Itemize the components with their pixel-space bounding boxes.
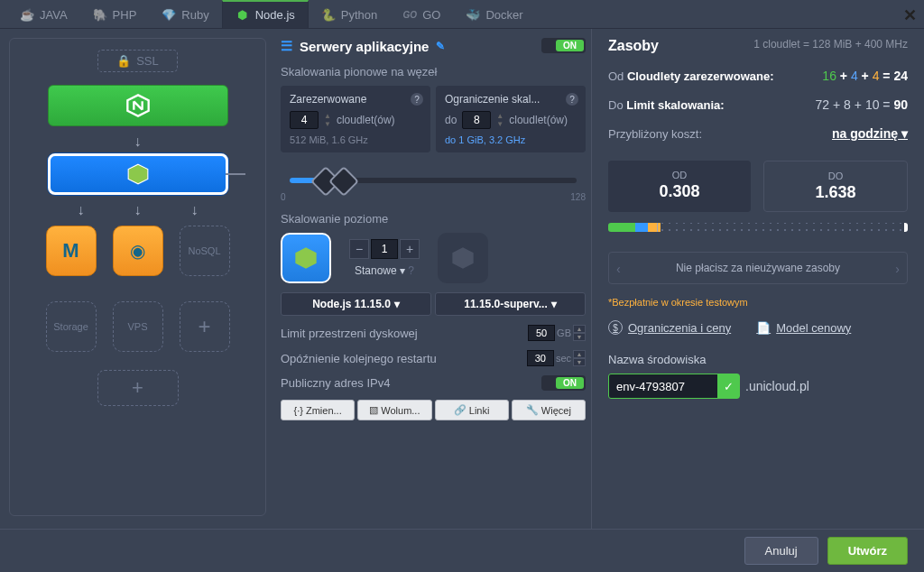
var-icon: {·} [294,405,303,416]
nodejs-icon [293,245,319,271]
cost-row: Przybliżony koszt: na godzinę ▾ [608,126,908,141]
spinner-icon[interactable]: ▲▼ [496,112,504,128]
ipv4-row: Publiczny adres IPv4 ON [281,375,586,391]
vertical-scaling-label: Skalowania pionowe na węzeł [281,65,586,78]
spin-up[interactable]: ▲ [573,350,586,358]
spin-up[interactable]: ▲ [573,325,586,333]
more-button[interactable]: 🔧Więcej [512,400,586,420]
increment-button[interactable]: + [400,239,420,259]
horizontal-scaling-label: Skalowanie poziome [281,212,586,226]
env-name-input[interactable] [609,375,717,398]
help-icon[interactable]: ? [566,93,578,106]
add-tile[interactable]: + [180,301,230,352]
stateful-dropdown[interactable]: Stanowe ▾ ? [355,264,414,277]
nodejs-tile-icon [126,162,150,186]
spin-down[interactable]: ▼ [573,333,586,341]
nodejs-icon: ⬢ [236,8,250,23]
free-trial-note: *Bezpłatnie w okresie testowym [608,297,908,308]
menu-icon: ☰ [281,38,292,54]
reserved-card: ? Zarezerwowane ▲▼ cloudlet(ów) 512 MiB,… [281,86,430,152]
close-icon[interactable]: ✕ [903,5,917,25]
spin-down[interactable]: ▼ [573,358,586,366]
ruby-icon: 💎 [162,8,176,23]
price-from-card: OD 0.308 [608,161,751,212]
topology-panel: 🔒 SSL ↓ ↓ ↓ ↓ M ◉ NoSQL Storage V [9,38,266,516]
tab-go[interactable]: GOGO [390,0,453,28]
create-button[interactable]: Utwórz [827,537,908,565]
arrow-down-icon: ↓ [134,202,142,218]
reserved-cloudlets-row: Od Cloudlety zarezerwowane: 16 + 4 + 4 =… [608,69,908,83]
env-domain: .unicloud.pl [745,379,809,393]
price-to-card: DO 1.638 [763,161,908,212]
slider-handle-limit[interactable] [333,171,355,192]
restart-delay-row: Opóźnienie kolejnego restartu sec ▲▼ [281,350,586,366]
balancer-tile[interactable] [48,85,228,126]
wrench-icon: 🔧 [526,404,539,416]
variables-button[interactable]: {·}Zmien... [281,400,355,420]
volumes-button[interactable]: ▧Wolum... [357,400,431,420]
info-carousel: ‹ Nie płacisz za nieużywane zasoby › [608,252,908,284]
cost-period-dropdown[interactable]: na godzinę ▾ [832,126,908,141]
links-button[interactable]: 🔗Linki [435,400,509,420]
tab-python[interactable]: 🐍Python [309,0,390,28]
decrement-button[interactable]: − [349,239,369,259]
pricing-link[interactable]: $Ograniczenia i ceny [608,320,731,335]
tab-ruby[interactable]: 💎Ruby [149,0,221,28]
sql-db-tile[interactable]: M [46,226,97,276]
tab-java[interactable]: ☕JAVA [7,0,80,28]
nginx-icon [125,93,151,118]
ipv4-toggle[interactable]: ON [541,375,586,391]
mysql-icon: M [62,239,79,263]
section-title: ☰ Serwery aplikacyjne ✎ ON [281,38,586,54]
help-icon[interactable]: ? [411,93,423,106]
php-icon: 🐘 [93,8,107,23]
usage-bar [608,223,908,232]
volumes-icon: ▧ [369,404,378,416]
disk-limit-row: Limit przestrzeni dyskowej GB ▲▼ [281,325,586,341]
chevron-right-icon[interactable]: › [895,262,900,276]
dollar-icon: $ [608,320,623,335]
java-icon: ☕ [20,8,34,23]
restart-input[interactable] [527,350,554,366]
arrow-down-icon: ↓ [134,134,142,150]
svg-marker-2 [295,247,316,268]
chevron-left-icon[interactable]: ‹ [616,262,621,276]
cancel-button[interactable]: Anuluj [744,537,818,565]
spinner-icon[interactable]: ▲▼ [324,112,331,128]
limit-spec: do 1 GiB, 3.2 GHz [445,134,577,145]
link-icon: 🔗 [454,404,467,416]
python-icon: 🐍 [321,8,336,23]
app-server-tile[interactable] [48,153,228,195]
ssl-button[interactable]: 🔒 SSL [97,50,178,72]
tag-dropdown[interactable]: 11.15.0-superv... ▾ [435,292,586,316]
arrow-down-icon: ↓ [78,202,85,218]
svg-marker-1 [128,164,148,184]
language-tabs: ☕JAVA 🐘PHP 💎Ruby ⬢Node.js 🐍Python GOGO 🐳… [0,0,924,29]
enable-toggle[interactable]: ON [541,38,586,54]
document-icon: 📄 [756,321,771,335]
storage-tile[interactable]: Storage [46,301,97,352]
resources-title: Zasoby 1 cloudlet = 128 MiB + 400 MHz [608,38,908,54]
check-icon: ✓ [717,374,739,398]
arrow-down-icon: ↓ [191,202,199,218]
version-dropdown[interactable]: Node.js 11.15.0 ▾ [281,292,431,316]
tab-php[interactable]: 🐘PHP [80,0,150,28]
env-name-label: Nazwa środowiska [608,353,908,366]
node-instance-icon [281,233,331,283]
cloudlet-slider[interactable]: 0 128 [281,163,586,199]
docker-icon: 🐳 [466,8,480,23]
tab-docker[interactable]: 🐳Docker [453,0,535,28]
reserved-cloudlets-input[interactable] [290,111,319,129]
disk-input[interactable] [528,325,555,341]
pricing-model-link[interactable]: 📄Model cenowy [756,320,851,335]
dialog-footer: Anuluj Utwórz [0,529,924,572]
vps-tile[interactable]: VPS [113,301,163,352]
limit-cloudlets-input[interactable] [462,111,491,129]
sql-db-tile-2[interactable]: ◉ [113,226,163,276]
add-layer-button[interactable]: + [97,370,179,406]
edit-icon[interactable]: ✎ [436,40,445,52]
nosql-tile[interactable]: NoSQL [180,226,230,276]
tab-nodejs[interactable]: ⬢Node.js [222,0,309,28]
lock-icon: 🔒 [116,54,131,68]
scaling-limit-row: Do Limit skalowania: 72 + 8 + 10 = 90 [608,97,908,112]
